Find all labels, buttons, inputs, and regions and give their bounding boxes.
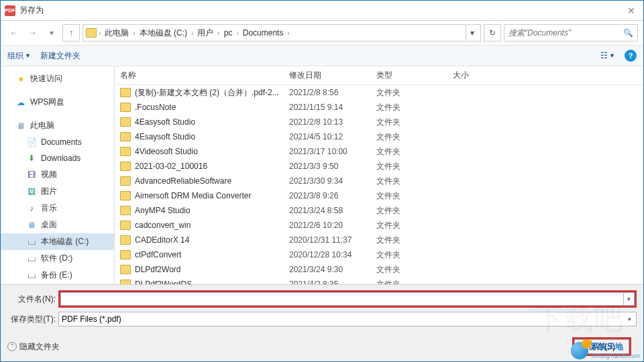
file-name: AdvancedReliableSoftware bbox=[135, 176, 289, 186]
col-type[interactable]: 类型 bbox=[376, 70, 453, 81]
disk-icon: ⌴ bbox=[26, 253, 37, 264]
file-row[interactable]: DLPdf2WordDS2021/4/2 8:35文件夹 bbox=[115, 277, 643, 284]
sidebar-item[interactable]: 🖥桌面 bbox=[1, 217, 114, 233]
pc-icon: 🖥 bbox=[15, 121, 26, 131]
breadcrumb-root[interactable]: 此电脑 bbox=[103, 27, 131, 39]
file-date: 2021/3/30 9:34 bbox=[289, 176, 376, 186]
breadcrumb-seg[interactable]: 用户 bbox=[195, 27, 215, 39]
breadcrumb-seg[interactable]: pc bbox=[222, 28, 235, 38]
pic-icon: 🖼 bbox=[26, 186, 37, 197]
sidebar-item-label: Documents bbox=[41, 137, 82, 147]
file-type: 文件夹 bbox=[376, 87, 453, 99]
sidebar-item[interactable]: ⌴软件 (D:) bbox=[1, 250, 114, 267]
file-row[interactable]: AnyMP4 Studio2021/3/24 8:58文件夹 bbox=[115, 203, 643, 218]
address-dropdown[interactable]: ▾ bbox=[466, 25, 478, 41]
sidebar-item[interactable]: ⌴备份 (E:) bbox=[1, 267, 114, 284]
file-list[interactable]: (复制)-新建文本文档 (2)（合并）.pdf-2...2021/2/8 8:5… bbox=[115, 85, 643, 284]
file-row[interactable]: .FocusNote2021/1/15 9:14文件夹 bbox=[115, 100, 643, 115]
file-name: cadconvert_win bbox=[135, 221, 289, 230]
file-name: AnyMP4 Studio bbox=[135, 206, 289, 215]
file-row[interactable]: ctPdfConvert2020/12/28 10:34文件夹 bbox=[115, 247, 643, 262]
file-row[interactable]: 4Easysoft Studio2021/2/8 10:13文件夹 bbox=[115, 115, 643, 129]
file-name: 4Esaysoft Studio bbox=[135, 132, 289, 141]
sidebar-item[interactable]: ⬇Downloads bbox=[1, 150, 114, 166]
folder-icon bbox=[120, 132, 131, 141]
sidebar-wps[interactable]: ☁WPS网盘 bbox=[1, 94, 114, 111]
sidebar-item[interactable]: ⌴本地磁盘 (C:) bbox=[1, 233, 114, 250]
back-button[interactable]: ← bbox=[6, 25, 22, 41]
file-row[interactable]: 4Esaysoft Studio2021/4/5 10:12文件夹 bbox=[115, 129, 643, 144]
recent-dropdown[interactable]: ▾ bbox=[44, 25, 60, 41]
file-type: 文件夹 bbox=[376, 176, 453, 187]
filetype-label: 保存类型(T): bbox=[7, 314, 56, 325]
search-input[interactable] bbox=[508, 28, 623, 38]
file-row[interactable]: CADEditorX 142020/12/31 11:37文件夹 bbox=[115, 233, 643, 247]
cloud-icon: ☁ bbox=[15, 97, 26, 108]
file-row[interactable]: Aimersoft DRM Media Converter2021/3/8 9:… bbox=[115, 188, 643, 203]
col-size[interactable]: 大小 bbox=[453, 70, 643, 81]
breadcrumb-seg[interactable]: 本地磁盘 (C:) bbox=[138, 27, 189, 39]
file-row[interactable]: 2021-03-02_1000162021/3/3 9:50文件夹 bbox=[115, 159, 643, 174]
sidebar: ★快速访问 ☁WPS网盘 🖥此电脑 📄Documents⬇Downloads🎞视… bbox=[1, 66, 115, 284]
vid-icon: 🎞 bbox=[26, 170, 37, 180]
doc-icon: 📄 bbox=[26, 137, 37, 147]
file-name: DLPdf2Word bbox=[135, 265, 289, 274]
file-type: 文件夹 bbox=[376, 161, 453, 172]
sidebar-item[interactable]: 🎞视频 bbox=[1, 166, 114, 183]
col-date[interactable]: 修改日期 bbox=[289, 70, 376, 81]
file-name: .FocusNote bbox=[135, 103, 289, 112]
filetype-combo[interactable]: PDF Files (*.pdf) ▾ bbox=[58, 312, 637, 326]
col-name[interactable]: 名称 bbox=[120, 70, 289, 81]
file-name: ctPdfConvert bbox=[135, 250, 289, 259]
folder-icon bbox=[120, 147, 131, 156]
filename-label: 文件名(N): bbox=[7, 294, 56, 305]
refresh-button[interactable]: ↻ bbox=[484, 24, 501, 42]
file-type: 文件夹 bbox=[376, 235, 453, 246]
folder-icon bbox=[120, 103, 131, 112]
save-button[interactable]: 保存(S) bbox=[574, 339, 629, 354]
new-folder-button[interactable]: 新建文件夹 bbox=[40, 50, 80, 62]
organize-menu[interactable]: 组织▼ bbox=[7, 50, 31, 62]
file-row[interactable]: 4Videosoft Studio2021/3/17 10:00文件夹 bbox=[115, 144, 643, 159]
help-icon[interactable]: ? bbox=[625, 50, 637, 62]
sidebar-item[interactable]: ♪音乐 bbox=[1, 200, 114, 217]
view-menu[interactable]: ☷▼ bbox=[600, 51, 615, 60]
up-button[interactable]: ↑ bbox=[62, 24, 80, 42]
sidebar-item[interactable]: 📄Documents bbox=[1, 134, 114, 150]
dl-icon: ⬇ bbox=[26, 153, 37, 164]
desk-icon: 🖥 bbox=[26, 220, 37, 231]
search-box[interactable]: 🔍 bbox=[504, 24, 638, 42]
address-bar[interactable]: › 此电脑 › 本地磁盘 (C:) › 用户 › pc › Documents … bbox=[83, 24, 481, 42]
file-date: 2021/2/6 10:20 bbox=[289, 221, 376, 230]
filename-dropdown[interactable]: ▾ bbox=[624, 292, 635, 306]
file-name: Aimersoft DRM Media Converter bbox=[135, 191, 289, 200]
hide-folders-toggle[interactable]: ˄ 隐藏文件夹 bbox=[7, 341, 60, 353]
file-row[interactable]: AdvancedReliableSoftware2021/3/30 9:34文件… bbox=[115, 174, 643, 188]
sidebar-item[interactable]: 🖼图片 bbox=[1, 183, 114, 200]
file-date: 2021/2/8 8:56 bbox=[289, 88, 376, 97]
close-icon[interactable]: ✕ bbox=[623, 5, 639, 16]
file-name: (复制)-新建文本文档 (2)（合并）.pdf-2... bbox=[135, 87, 289, 99]
star-icon: ★ bbox=[15, 74, 26, 84]
sidebar-this-pc[interactable]: 🖥此电脑 bbox=[1, 117, 114, 134]
search-icon[interactable]: 🔍 bbox=[623, 28, 633, 38]
file-row[interactable]: DLPdf2Word2021/3/24 9:30文件夹 bbox=[115, 262, 643, 277]
file-type: 文件夹 bbox=[376, 146, 453, 158]
breadcrumb-seg[interactable]: Documents bbox=[241, 28, 286, 38]
sidebar-quick-access[interactable]: ★快速访问 bbox=[1, 70, 114, 87]
forward-button[interactable]: → bbox=[25, 25, 41, 41]
file-name: 4Easysoft Studio bbox=[135, 117, 289, 127]
file-date: 2021/3/24 8:58 bbox=[289, 206, 376, 215]
file-row[interactable]: cadconvert_win2021/2/6 10:20文件夹 bbox=[115, 218, 643, 233]
chevron-right-icon: › bbox=[287, 29, 289, 37]
folder-icon bbox=[120, 176, 131, 186]
chevron-right-icon: › bbox=[99, 29, 101, 37]
filename-input[interactable] bbox=[60, 292, 624, 306]
folder-icon bbox=[120, 235, 131, 245]
file-type: 文件夹 bbox=[376, 117, 453, 128]
file-type: 文件夹 bbox=[376, 131, 453, 143]
file-row[interactable]: (复制)-新建文本文档 (2)（合并）.pdf-2...2021/2/8 8:5… bbox=[115, 85, 643, 100]
file-type: 文件夹 bbox=[376, 279, 453, 285]
sidebar-item-label: 图片 bbox=[41, 186, 57, 197]
file-date: 2021/2/8 10:13 bbox=[289, 117, 376, 127]
